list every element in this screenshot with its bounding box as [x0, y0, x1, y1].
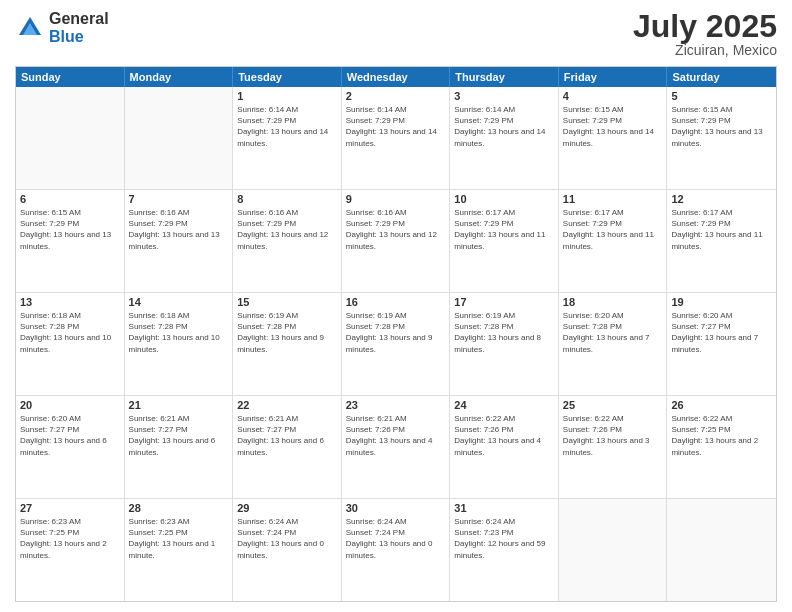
calendar-body: 1Sunrise: 6:14 AM Sunset: 7:29 PM Daylig… — [16, 87, 776, 601]
header-day-thursday: Thursday — [450, 67, 559, 87]
day-number: 13 — [20, 296, 120, 308]
calendar-empty-cell — [559, 499, 668, 601]
day-info: Sunrise: 6:23 AM Sunset: 7:25 PM Dayligh… — [20, 516, 120, 561]
day-number: 4 — [563, 90, 663, 102]
logo-general-text: General — [49, 10, 109, 28]
day-number: 25 — [563, 399, 663, 411]
day-number: 22 — [237, 399, 337, 411]
day-info: Sunrise: 6:17 AM Sunset: 7:29 PM Dayligh… — [563, 207, 663, 252]
calendar-day-22: 22Sunrise: 6:21 AM Sunset: 7:27 PM Dayli… — [233, 396, 342, 498]
day-number: 5 — [671, 90, 772, 102]
title-block: July 2025 Zicuiran, Mexico — [633, 10, 777, 58]
day-number: 1 — [237, 90, 337, 102]
day-info: Sunrise: 6:15 AM Sunset: 7:29 PM Dayligh… — [20, 207, 120, 252]
day-info: Sunrise: 6:21 AM Sunset: 7:27 PM Dayligh… — [129, 413, 229, 458]
day-number: 2 — [346, 90, 446, 102]
day-info: Sunrise: 6:20 AM Sunset: 7:27 PM Dayligh… — [671, 310, 772, 355]
calendar-day-25: 25Sunrise: 6:22 AM Sunset: 7:26 PM Dayli… — [559, 396, 668, 498]
day-info: Sunrise: 6:16 AM Sunset: 7:29 PM Dayligh… — [346, 207, 446, 252]
day-info: Sunrise: 6:19 AM Sunset: 7:28 PM Dayligh… — [454, 310, 554, 355]
calendar-week-5: 27Sunrise: 6:23 AM Sunset: 7:25 PM Dayli… — [16, 499, 776, 601]
day-number: 23 — [346, 399, 446, 411]
day-info: Sunrise: 6:22 AM Sunset: 7:25 PM Dayligh… — [671, 413, 772, 458]
calendar-week-2: 6Sunrise: 6:15 AM Sunset: 7:29 PM Daylig… — [16, 190, 776, 293]
calendar-day-23: 23Sunrise: 6:21 AM Sunset: 7:26 PM Dayli… — [342, 396, 451, 498]
calendar-week-4: 20Sunrise: 6:20 AM Sunset: 7:27 PM Dayli… — [16, 396, 776, 499]
day-number: 16 — [346, 296, 446, 308]
day-info: Sunrise: 6:22 AM Sunset: 7:26 PM Dayligh… — [563, 413, 663, 458]
calendar: SundayMondayTuesdayWednesdayThursdayFrid… — [15, 66, 777, 602]
calendar-empty-cell — [125, 87, 234, 189]
day-number: 6 — [20, 193, 120, 205]
day-number: 18 — [563, 296, 663, 308]
calendar-day-21: 21Sunrise: 6:21 AM Sunset: 7:27 PM Dayli… — [125, 396, 234, 498]
calendar-location: Zicuiran, Mexico — [633, 42, 777, 58]
logo-icon — [15, 13, 45, 43]
day-info: Sunrise: 6:24 AM Sunset: 7:24 PM Dayligh… — [346, 516, 446, 561]
day-info: Sunrise: 6:22 AM Sunset: 7:26 PM Dayligh… — [454, 413, 554, 458]
day-info: Sunrise: 6:16 AM Sunset: 7:29 PM Dayligh… — [129, 207, 229, 252]
header-day-monday: Monday — [125, 67, 234, 87]
calendar-day-6: 6Sunrise: 6:15 AM Sunset: 7:29 PM Daylig… — [16, 190, 125, 292]
day-info: Sunrise: 6:14 AM Sunset: 7:29 PM Dayligh… — [346, 104, 446, 149]
calendar-day-14: 14Sunrise: 6:18 AM Sunset: 7:28 PM Dayli… — [125, 293, 234, 395]
day-info: Sunrise: 6:20 AM Sunset: 7:27 PM Dayligh… — [20, 413, 120, 458]
day-info: Sunrise: 6:19 AM Sunset: 7:28 PM Dayligh… — [346, 310, 446, 355]
calendar-header: SundayMondayTuesdayWednesdayThursdayFrid… — [16, 67, 776, 87]
calendar-empty-cell — [16, 87, 125, 189]
day-info: Sunrise: 6:20 AM Sunset: 7:28 PM Dayligh… — [563, 310, 663, 355]
calendar-week-1: 1Sunrise: 6:14 AM Sunset: 7:29 PM Daylig… — [16, 87, 776, 190]
day-info: Sunrise: 6:24 AM Sunset: 7:24 PM Dayligh… — [237, 516, 337, 561]
day-number: 10 — [454, 193, 554, 205]
calendar-day-27: 27Sunrise: 6:23 AM Sunset: 7:25 PM Dayli… — [16, 499, 125, 601]
calendar-day-29: 29Sunrise: 6:24 AM Sunset: 7:24 PM Dayli… — [233, 499, 342, 601]
calendar-title: July 2025 — [633, 10, 777, 42]
calendar-day-8: 8Sunrise: 6:16 AM Sunset: 7:29 PM Daylig… — [233, 190, 342, 292]
day-info: Sunrise: 6:14 AM Sunset: 7:29 PM Dayligh… — [454, 104, 554, 149]
calendar-day-24: 24Sunrise: 6:22 AM Sunset: 7:26 PM Dayli… — [450, 396, 559, 498]
day-number: 19 — [671, 296, 772, 308]
calendar-day-18: 18Sunrise: 6:20 AM Sunset: 7:28 PM Dayli… — [559, 293, 668, 395]
calendar-day-17: 17Sunrise: 6:19 AM Sunset: 7:28 PM Dayli… — [450, 293, 559, 395]
calendar-day-11: 11Sunrise: 6:17 AM Sunset: 7:29 PM Dayli… — [559, 190, 668, 292]
day-number: 17 — [454, 296, 554, 308]
logo-blue-text: Blue — [49, 28, 109, 46]
calendar-day-7: 7Sunrise: 6:16 AM Sunset: 7:29 PM Daylig… — [125, 190, 234, 292]
day-info: Sunrise: 6:15 AM Sunset: 7:29 PM Dayligh… — [563, 104, 663, 149]
day-info: Sunrise: 6:23 AM Sunset: 7:25 PM Dayligh… — [129, 516, 229, 561]
day-number: 14 — [129, 296, 229, 308]
day-info: Sunrise: 6:24 AM Sunset: 7:23 PM Dayligh… — [454, 516, 554, 561]
calendar-day-31: 31Sunrise: 6:24 AM Sunset: 7:23 PM Dayli… — [450, 499, 559, 601]
calendar-day-28: 28Sunrise: 6:23 AM Sunset: 7:25 PM Dayli… — [125, 499, 234, 601]
day-number: 21 — [129, 399, 229, 411]
day-number: 27 — [20, 502, 120, 514]
day-info: Sunrise: 6:17 AM Sunset: 7:29 PM Dayligh… — [454, 207, 554, 252]
day-number: 12 — [671, 193, 772, 205]
page-header: General Blue July 2025 Zicuiran, Mexico — [15, 10, 777, 58]
day-number: 26 — [671, 399, 772, 411]
calendar-day-16: 16Sunrise: 6:19 AM Sunset: 7:28 PM Dayli… — [342, 293, 451, 395]
day-info: Sunrise: 6:14 AM Sunset: 7:29 PM Dayligh… — [237, 104, 337, 149]
header-day-wednesday: Wednesday — [342, 67, 451, 87]
day-number: 7 — [129, 193, 229, 205]
calendar-day-12: 12Sunrise: 6:17 AM Sunset: 7:29 PM Dayli… — [667, 190, 776, 292]
day-info: Sunrise: 6:21 AM Sunset: 7:27 PM Dayligh… — [237, 413, 337, 458]
calendar-day-26: 26Sunrise: 6:22 AM Sunset: 7:25 PM Dayli… — [667, 396, 776, 498]
day-number: 15 — [237, 296, 337, 308]
day-info: Sunrise: 6:16 AM Sunset: 7:29 PM Dayligh… — [237, 207, 337, 252]
day-info: Sunrise: 6:21 AM Sunset: 7:26 PM Dayligh… — [346, 413, 446, 458]
day-info: Sunrise: 6:18 AM Sunset: 7:28 PM Dayligh… — [20, 310, 120, 355]
day-number: 9 — [346, 193, 446, 205]
calendar-day-13: 13Sunrise: 6:18 AM Sunset: 7:28 PM Dayli… — [16, 293, 125, 395]
day-number: 8 — [237, 193, 337, 205]
calendar-day-19: 19Sunrise: 6:20 AM Sunset: 7:27 PM Dayli… — [667, 293, 776, 395]
day-number: 3 — [454, 90, 554, 102]
header-day-tuesday: Tuesday — [233, 67, 342, 87]
calendar-day-20: 20Sunrise: 6:20 AM Sunset: 7:27 PM Dayli… — [16, 396, 125, 498]
calendar-day-10: 10Sunrise: 6:17 AM Sunset: 7:29 PM Dayli… — [450, 190, 559, 292]
calendar-day-9: 9Sunrise: 6:16 AM Sunset: 7:29 PM Daylig… — [342, 190, 451, 292]
day-info: Sunrise: 6:17 AM Sunset: 7:29 PM Dayligh… — [671, 207, 772, 252]
calendar-day-4: 4Sunrise: 6:15 AM Sunset: 7:29 PM Daylig… — [559, 87, 668, 189]
calendar-day-5: 5Sunrise: 6:15 AM Sunset: 7:29 PM Daylig… — [667, 87, 776, 189]
day-info: Sunrise: 6:18 AM Sunset: 7:28 PM Dayligh… — [129, 310, 229, 355]
